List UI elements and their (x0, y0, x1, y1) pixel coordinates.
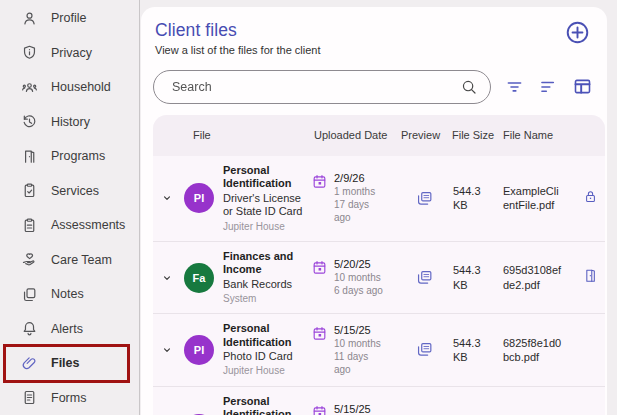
sidebar-item-privacy[interactable]: Privacy (0, 36, 139, 71)
alerts-bell-icon (21, 320, 38, 337)
file-category: Personal Identification (223, 322, 305, 349)
sidebar-item-label: Profile (51, 11, 86, 25)
sort-button[interactable] (538, 76, 559, 98)
files-paperclip-icon (21, 355, 38, 372)
calendar-icon (311, 259, 328, 276)
file-size: 544.3 KB (447, 184, 499, 213)
upload-date-relative: 10 months 11 days ago (334, 337, 386, 376)
upload-date: 5/15/25 (334, 403, 386, 415)
file-info-cell: Personal Identification Driver's License… (223, 164, 309, 233)
file-name: 695d3108efde2.pdf (499, 263, 575, 292)
column-header-file-size: File Size (447, 129, 499, 143)
sidebar-item-label: Files (51, 356, 80, 370)
add-file-button[interactable] (564, 19, 591, 46)
sidebar-item-label: Services (51, 184, 99, 198)
sidebar: Profile Privacy Household History Progra… (0, 0, 140, 415)
uploaded-date-cell: 2/9/26 1 months 17 days ago (309, 172, 401, 224)
file-category: Finances and Income (223, 250, 305, 277)
page-subtitle: View a list of the files for the client (155, 44, 591, 56)
file-category: Personal Identification (223, 164, 305, 191)
calendar-icon (311, 325, 328, 342)
upload-date-relative: 10 months 6 days ago (334, 271, 386, 297)
sidebar-item-label: Household (51, 80, 111, 94)
door-icon[interactable] (582, 267, 599, 288)
column-header-file-name: File Name (499, 129, 575, 143)
file-info-cell: Personal Identification Hospital Record … (223, 395, 309, 415)
shield-privacy-icon (21, 44, 38, 61)
filter-icon (504, 85, 525, 100)
table-header-row: File Uploaded Date Preview File Size Fil… (153, 115, 605, 156)
search-field (153, 70, 491, 104)
sidebar-item-files[interactable]: Files (0, 346, 139, 381)
file-name: ExampleClientFile.pdf (499, 184, 575, 213)
preview-pdf-icon[interactable] (415, 340, 434, 359)
sidebar-item-label: Assessments (51, 218, 125, 232)
profile-icon (21, 10, 38, 27)
files-table: File Uploaded Date Preview File Size Fil… (153, 115, 605, 415)
table-row[interactable]: PI Personal Identification Driver's Lice… (153, 156, 605, 242)
uploaded-date-cell: 5/20/25 10 months 6 days ago (309, 258, 401, 297)
file-info-cell: Personal Identification Photo ID Card Ju… (223, 322, 309, 377)
upload-date-relative: 1 months 17 days ago (334, 185, 386, 224)
sidebar-item-alerts[interactable]: Alerts (0, 312, 139, 347)
sidebar-item-profile[interactable]: Profile (0, 1, 139, 36)
search-toolbar (153, 70, 593, 104)
avatar: Fa (184, 263, 214, 293)
column-view-button[interactable] (572, 76, 593, 98)
sidebar-item-forms[interactable]: Forms (0, 381, 139, 415)
column-header-preview: Preview (401, 129, 447, 143)
column-view-icon (572, 85, 593, 100)
preview-pdf-icon[interactable] (415, 268, 434, 287)
sidebar-item-notes[interactable]: Notes (0, 277, 139, 312)
avatar-initials: Fa (193, 272, 206, 284)
sort-icon (538, 85, 559, 100)
client-files-panel: Client files View a list of the files fo… (141, 7, 607, 415)
filter-button[interactable] (504, 76, 525, 98)
file-type: Bank Records (223, 278, 305, 291)
file-source: Jupiter House (223, 365, 305, 377)
file-size: 544.3 KB (447, 263, 499, 292)
services-clipboard-check-icon (21, 182, 38, 199)
preview-pdf-icon[interactable] (415, 189, 434, 208)
sidebar-item-label: Notes (51, 287, 84, 301)
avatar: PI (184, 183, 214, 213)
uploaded-date-cell: 5/15/25 10 months 11 days ago (309, 403, 401, 415)
sidebar-item-label: Care Team (51, 253, 112, 267)
panel-header: Client files View a list of the files fo… (141, 7, 607, 56)
care-team-hand-heart-icon (21, 251, 38, 268)
programs-door-icon (21, 148, 38, 165)
file-info-cell: Finances and Income Bank Records System (223, 250, 309, 305)
table-row[interactable]: PI Personal Identification Photo ID Card… (153, 314, 605, 386)
lock-icon[interactable] (582, 188, 599, 209)
file-size: 544.3 KB (447, 336, 499, 365)
assessments-clipboard-icon (21, 217, 38, 234)
expand-chevron-icon[interactable] (153, 270, 181, 286)
sidebar-item-assessments[interactable]: Assessments (0, 208, 139, 243)
sidebar-item-household[interactable]: Household (0, 70, 139, 105)
file-type: Photo ID Card (223, 350, 305, 363)
avatar-initials: PI (194, 344, 204, 356)
file-category: Personal Identification (223, 395, 305, 415)
table-row[interactable]: Fa Finances and Income Bank Records Syst… (153, 242, 605, 314)
plus-circle-icon (564, 34, 591, 49)
sidebar-item-label: Programs (51, 149, 105, 163)
expand-chevron-icon[interactable] (153, 190, 181, 206)
sidebar-item-services[interactable]: Services (0, 174, 139, 209)
sidebar-item-history[interactable]: History (0, 105, 139, 140)
search-input[interactable] (153, 70, 491, 104)
sidebar-item-label: Forms (51, 391, 86, 405)
calendar-icon (311, 404, 328, 415)
upload-date: 2/9/26 (334, 172, 386, 184)
table-row[interactable]: PI Personal Identification Hospital Reco… (153, 387, 605, 415)
household-icon (21, 79, 38, 96)
file-source: System (223, 293, 305, 305)
expand-chevron-icon[interactable] (153, 342, 181, 358)
history-clock-icon (21, 113, 38, 130)
sidebar-item-programs[interactable]: Programs (0, 139, 139, 174)
file-type: Driver's License or State ID Card (223, 192, 305, 219)
sidebar-item-label: Privacy (51, 46, 92, 60)
column-header-file: File (181, 129, 309, 143)
upload-date: 5/20/25 (334, 258, 386, 270)
forms-document-icon (21, 389, 38, 406)
sidebar-item-care-team[interactable]: Care Team (0, 243, 139, 278)
